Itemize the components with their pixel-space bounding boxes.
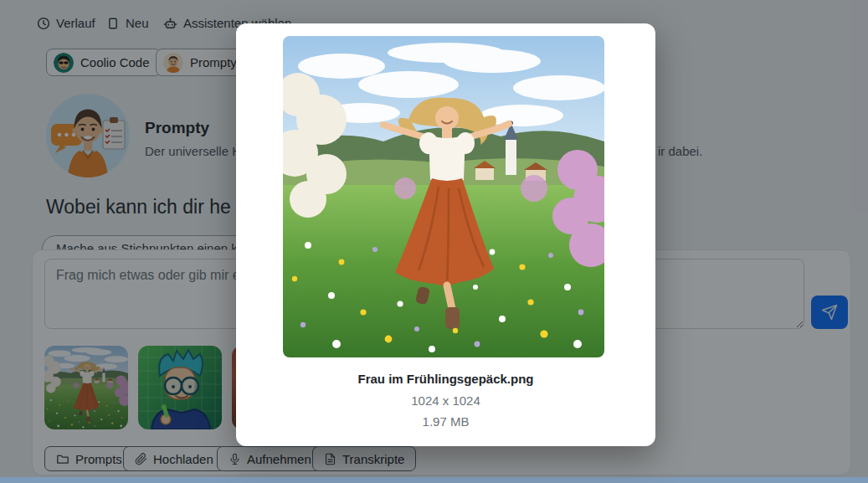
app-window: Verlauf Neu Assistenten wählen	[0, 0, 868, 483]
image-preview-modal: Frau im Frühlingsgepäck.png 1024 x 1024 …	[236, 23, 655, 446]
preview-filesize: 1.97 MB	[236, 414, 655, 429]
preview-filename: Frau im Frühlingsgepäck.png	[236, 372, 655, 386]
bottom-edge-strip	[0, 477, 868, 483]
preview-dimensions: 1024 x 1024	[236, 393, 655, 408]
preview-image-spring-woman	[283, 36, 604, 357]
